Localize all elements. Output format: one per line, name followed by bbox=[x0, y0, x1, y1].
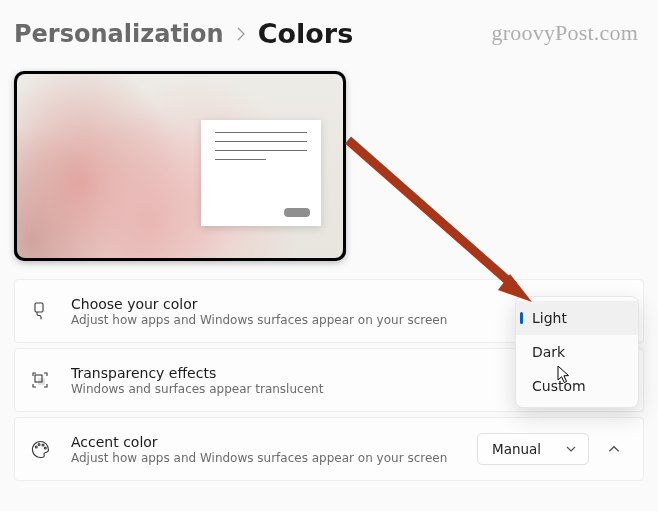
sample-window bbox=[201, 120, 321, 226]
wallpaper-preview bbox=[17, 74, 343, 258]
mode-option-custom[interactable]: Custom bbox=[516, 369, 638, 403]
accent-mode-value: Manual bbox=[492, 441, 541, 457]
accent-mode-dropdown[interactable]: Manual bbox=[477, 433, 589, 465]
mode-option-dark[interactable]: Dark bbox=[516, 335, 638, 369]
watermark-text: groovyPost.com bbox=[492, 20, 638, 46]
mode-option-light[interactable]: Light bbox=[516, 301, 638, 335]
accent-color-row[interactable]: Accent color Adjust how apps and Windows… bbox=[14, 417, 644, 481]
expand-accent-button[interactable] bbox=[599, 434, 629, 464]
svg-rect-0 bbox=[35, 303, 43, 312]
svg-point-5 bbox=[42, 444, 44, 446]
svg-point-3 bbox=[35, 446, 37, 448]
accent-title: Accent color bbox=[71, 434, 477, 450]
chevron-up-icon bbox=[607, 442, 621, 456]
chevron-right-icon bbox=[236, 27, 246, 45]
svg-line-7 bbox=[348, 140, 514, 286]
cursor-icon bbox=[557, 365, 573, 385]
color-mode-menu: Light Dark Custom bbox=[515, 296, 639, 408]
svg-point-4 bbox=[38, 443, 40, 445]
palette-icon bbox=[29, 439, 51, 460]
chevron-down-icon bbox=[565, 443, 577, 455]
brush-icon bbox=[29, 301, 51, 321]
transparency-icon bbox=[29, 370, 51, 390]
theme-preview bbox=[14, 71, 346, 261]
accent-desc: Adjust how apps and Windows surfaces app… bbox=[71, 451, 477, 465]
breadcrumb-parent[interactable]: Personalization bbox=[14, 20, 224, 48]
svg-point-6 bbox=[44, 447, 46, 449]
page-title: Colors bbox=[258, 18, 354, 49]
